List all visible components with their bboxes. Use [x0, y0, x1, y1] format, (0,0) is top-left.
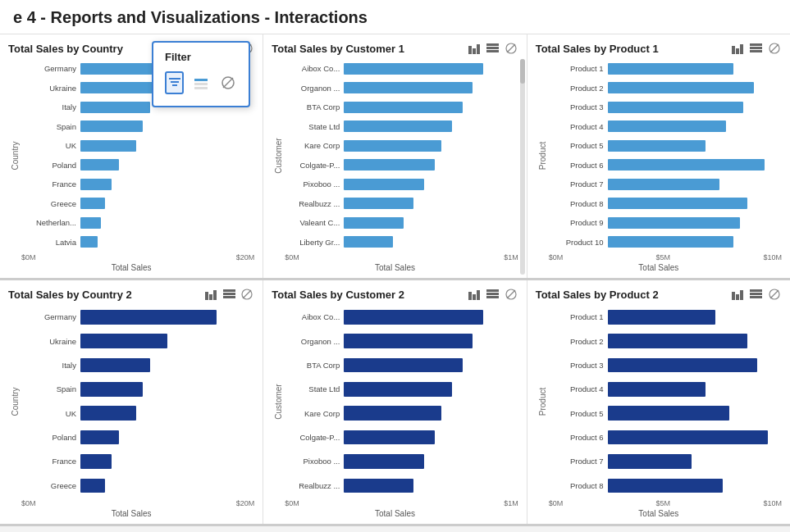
chart-bar-icon[interactable]: [468, 41, 482, 56]
bar-row: BTA Corp: [285, 353, 518, 377]
bar-label: France: [21, 180, 80, 189]
bar-fill[interactable]: [80, 334, 167, 348]
bar-row: Liberty Gr...: [285, 233, 518, 252]
bar-fill[interactable]: [344, 236, 392, 248]
bar-fill[interactable]: [344, 430, 434, 445]
bar-fill[interactable]: [80, 217, 101, 229]
chart-bar-icon[interactable]: [468, 287, 482, 302]
bar-fill[interactable]: [608, 479, 723, 493]
bar-fill[interactable]: [344, 454, 424, 469]
x-axis-tick: $0M: [549, 253, 564, 261]
chart-bar-icon[interactable]: [731, 41, 746, 56]
bar-fill[interactable]: [608, 82, 754, 93]
y-axis-label: Country: [11, 387, 20, 416]
chart-table-icon[interactable]: [221, 287, 236, 302]
bar-fill[interactable]: [608, 236, 733, 248]
bar-row: Spain: [21, 117, 254, 137]
bar-area: [344, 217, 518, 229]
bar-fill[interactable]: [80, 406, 136, 421]
bar-row: Latvia: [21, 233, 254, 252]
bar-fill[interactable]: [344, 140, 441, 152]
bar-row: Ukraine: [21, 329, 254, 352]
bar-fill[interactable]: [344, 82, 473, 93]
chart-table-icon[interactable]: [749, 287, 764, 302]
bar-fill[interactable]: [80, 479, 105, 493]
bar-fill[interactable]: [344, 310, 483, 325]
bar-fill[interactable]: [608, 430, 768, 445]
bar-fill[interactable]: [80, 198, 105, 209]
bar-fill[interactable]: [80, 159, 119, 171]
svg-rect-27: [223, 289, 235, 292]
chart-bar-icon[interactable]: [731, 287, 746, 302]
bar-fill[interactable]: [80, 120, 143, 132]
bar-label: Aibox Co...: [285, 64, 344, 73]
y-axis-container: Country: [8, 305, 21, 498]
bar-area: [608, 159, 782, 171]
bar-fill[interactable]: [80, 454, 112, 469]
chart-filter-off-icon[interactable]: [767, 287, 782, 302]
bar-fill[interactable]: [344, 479, 413, 493]
bar-fill[interactable]: [608, 358, 758, 373]
chart-filter-off-icon[interactable]: [504, 287, 518, 302]
bar-fill[interactable]: [80, 358, 150, 373]
bar-area: [80, 120, 254, 132]
bar-fill[interactable]: [608, 159, 765, 171]
chart-filter-off-icon[interactable]: [240, 287, 254, 302]
chart-filter-off-icon[interactable]: [504, 41, 518, 56]
bar-fill[interactable]: [80, 236, 98, 248]
bar-fill[interactable]: [80, 179, 112, 190]
chart-table-icon[interactable]: [486, 287, 500, 302]
chart-bar-icon[interactable]: [203, 287, 218, 302]
bar-fill[interactable]: [608, 198, 747, 209]
bar-label: Spain: [21, 384, 80, 393]
bar-fill[interactable]: [608, 120, 726, 132]
bar-fill[interactable]: [344, 159, 434, 171]
svg-rect-12: [486, 47, 499, 49]
scrollbar[interactable]: [520, 59, 525, 275]
bar-fill[interactable]: [80, 382, 143, 397]
chart-table-icon[interactable]: [749, 41, 764, 56]
bar-label: Ukraine: [21, 337, 80, 346]
bar-label: Product 3: [549, 102, 608, 111]
bar-fill[interactable]: [608, 102, 744, 113]
filter-icon-bar-highlight[interactable]: [192, 71, 210, 94]
bar-fill[interactable]: [608, 63, 733, 75]
bar-label: Germany: [21, 312, 80, 321]
bar-fill[interactable]: [608, 382, 706, 397]
bar-fill[interactable]: [344, 102, 462, 113]
bar-area: [608, 198, 782, 209]
bar-row: Organon ...: [285, 79, 518, 98]
svg-line-47: [770, 290, 779, 298]
chart-table-icon[interactable]: [486, 41, 500, 56]
bar-fill[interactable]: [344, 198, 413, 209]
bar-label: Product 2: [549, 337, 608, 346]
bar-fill[interactable]: [608, 310, 716, 325]
bar-fill[interactable]: [344, 63, 483, 75]
bar-area: [608, 140, 782, 152]
bar-fill[interactable]: [344, 334, 473, 348]
bar-fill[interactable]: [344, 217, 403, 229]
bar-row: UK: [21, 402, 254, 425]
bar-row: Product 5: [549, 402, 782, 425]
bar-fill[interactable]: [80, 430, 119, 445]
filter-icon-bar-filter[interactable]: [165, 71, 184, 94]
bar-fill[interactable]: [608, 334, 747, 348]
bar-fill[interactable]: [608, 454, 692, 469]
bar-fill[interactable]: [344, 382, 452, 397]
bar-fill[interactable]: [344, 179, 424, 190]
scrollbar-thumb[interactable]: [520, 59, 525, 84]
bar-fill[interactable]: [80, 310, 217, 325]
bar-fill[interactable]: [608, 140, 706, 152]
chart-filter-off-icon[interactable]: [767, 41, 782, 56]
bar-fill[interactable]: [608, 406, 730, 421]
bar-label: BTA Corp: [285, 102, 344, 111]
bar-row: State Ltd: [285, 377, 518, 401]
filter-icon-no-filter[interactable]: [219, 71, 237, 94]
bar-fill[interactable]: [344, 358, 462, 373]
bar-fill[interactable]: [344, 120, 452, 132]
bar-fill[interactable]: [80, 102, 150, 113]
bar-fill[interactable]: [608, 217, 740, 229]
bar-fill[interactable]: [80, 140, 136, 152]
bar-fill[interactable]: [344, 406, 441, 421]
bar-fill[interactable]: [608, 179, 719, 190]
